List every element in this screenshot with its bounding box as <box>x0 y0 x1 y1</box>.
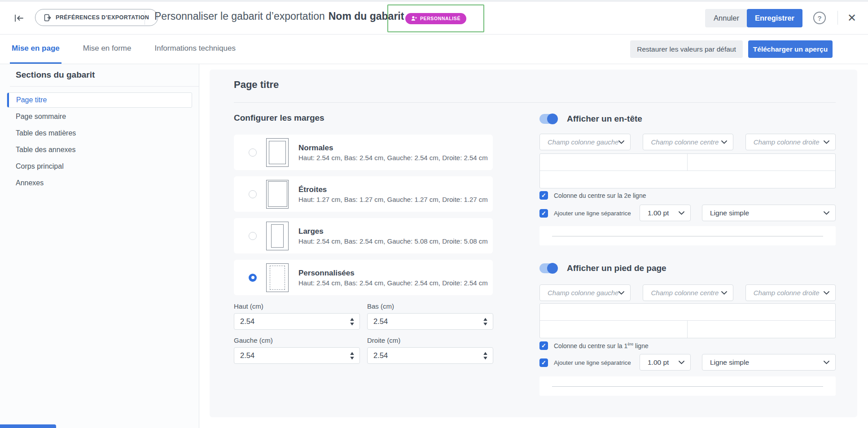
margin-normal-icon <box>266 138 289 167</box>
page-title: Personnaliser le gabarit d’exportationNo… <box>154 10 404 22</box>
tab-mise-en-page[interactable]: Mise en page <box>10 35 61 64</box>
dropdown-value: 1.00 pt <box>648 209 669 217</box>
footer-layout-preview <box>539 303 836 338</box>
dropdown-placeholder: Champ colonne centre <box>651 289 719 297</box>
stepper-icon[interactable] <box>350 352 355 359</box>
chevron-down-icon <box>618 291 624 295</box>
margins-heading: Configurer les marges <box>234 113 324 123</box>
customized-badge: PERSONNALISÉ <box>405 13 466 24</box>
divider <box>145 11 145 25</box>
header-toggle[interactable] <box>539 114 557 124</box>
number-input[interactable] <box>234 314 359 329</box>
export-preferences-label: PRÉFÉRENCES D’EXPORTATION <box>56 14 149 21</box>
download-preview-button[interactable]: Télécharger un aperçu <box>748 40 833 58</box>
tab-informations-techniques[interactable]: Informations techniques <box>153 35 237 64</box>
field-haut: Haut (cm) <box>234 302 360 330</box>
horizontal-scrollbar-thumb[interactable] <box>0 424 56 428</box>
sidebar-item-corps-principal[interactable]: Corps principal <box>7 159 192 174</box>
sidebar-item-table-des-matieres[interactable]: Table des matières <box>7 126 192 141</box>
field-label: Haut (cm) <box>234 302 360 310</box>
preview-cell <box>688 154 835 170</box>
dropdown-value: 1.00 pt <box>648 358 669 367</box>
stepper-icon[interactable] <box>483 352 488 359</box>
checkbox[interactable] <box>539 358 548 367</box>
preview-row <box>540 304 835 321</box>
radio-button[interactable] <box>249 232 257 240</box>
sidebar-title: Sections du gabarit <box>16 70 95 80</box>
help-icon[interactable] <box>813 12 826 24</box>
header-separator-preview <box>539 226 836 245</box>
tab-mise-en-forme[interactable]: Mise en forme <box>81 35 133 64</box>
margin-option-larges[interactable]: LargesHaut: 2.54 cm, Bas: 2.54 cm, Gauch… <box>234 218 493 253</box>
gauche-input[interactable] <box>234 347 360 364</box>
footer-separator-width-dropdown[interactable]: 1.00 pt <box>640 354 691 371</box>
bas-input[interactable] <box>367 313 493 330</box>
sidebar-item-page-titre[interactable]: Page titre <box>7 92 192 108</box>
footer-toggle-row: Afficher un pied de page <box>539 263 666 273</box>
restore-defaults-button[interactable]: Restaurer les valeurs par défaut <box>630 40 743 58</box>
field-bas: Bas (cm) <box>367 302 493 330</box>
topbar: PRÉFÉRENCES D’EXPORTATION Personnaliser … <box>0 2 868 35</box>
header-toggle-label: Afficher un en-tête <box>567 114 642 124</box>
sidebar-item-annexes[interactable]: Annexes <box>7 175 192 191</box>
sidebar-item-page-sommaire[interactable]: Page sommaire <box>7 109 192 124</box>
number-input[interactable] <box>368 314 493 329</box>
divider <box>837 11 838 25</box>
header-center-column-dropdown[interactable]: Champ colonne centre <box>643 134 733 150</box>
sidebar-item-table-des-annexes[interactable]: Table des annexes <box>7 142 192 157</box>
cancel-button[interactable]: Annuler <box>705 9 748 27</box>
footer-left-column-dropdown[interactable]: Champ colonne gauche <box>539 284 631 301</box>
checkbox[interactable] <box>539 341 548 350</box>
preview-cell <box>540 154 688 170</box>
page-title-text: Personnaliser le gabarit d’exportation <box>154 10 325 22</box>
chevron-down-icon <box>824 291 829 295</box>
header-layout-preview <box>539 153 836 188</box>
footer-separator-style-dropdown[interactable]: Ligne simple <box>702 354 836 371</box>
stepper-icon[interactable] <box>350 318 355 325</box>
header-separator-style-dropdown[interactable]: Ligne simple <box>702 205 836 221</box>
checkbox[interactable] <box>539 191 548 200</box>
close-icon[interactable] <box>845 11 859 25</box>
chevron-down-icon <box>618 140 624 144</box>
number-input[interactable] <box>368 348 493 363</box>
header-left-column-dropdown[interactable]: Champ colonne gauche <box>539 134 631 150</box>
margin-option-label: Personnalisées <box>298 269 488 278</box>
preview-row <box>540 154 835 171</box>
export-icon <box>44 14 52 22</box>
header-toggle-row: Afficher un en-tête <box>539 114 642 124</box>
dropdown-value: Ligne simple <box>710 358 749 367</box>
export-preferences-button[interactable]: PRÉFÉRENCES D’EXPORTATION <box>35 9 158 26</box>
checkbox[interactable] <box>539 209 548 218</box>
stepper-icon[interactable] <box>483 318 488 325</box>
toggle-knob <box>547 114 558 124</box>
save-button[interactable]: Enregistrer <box>747 9 802 27</box>
dropdown-placeholder: Champ colonne gauche <box>548 138 618 146</box>
radio-button[interactable] <box>249 274 257 282</box>
dropdown-placeholder: Champ colonne droite <box>754 289 820 297</box>
margin-wide-icon <box>266 222 289 250</box>
number-input[interactable] <box>234 348 359 363</box>
haut-input[interactable] <box>234 313 360 330</box>
droite-input[interactable] <box>367 347 493 364</box>
header-separator-width-dropdown[interactable]: 1.00 pt <box>640 205 691 221</box>
margin-option-normales[interactable]: NormalesHaut: 2.54 cm, Bas: 2.54 cm, Gau… <box>234 135 493 170</box>
person-icon <box>411 16 417 21</box>
radio-button[interactable] <box>249 190 257 198</box>
back-button[interactable] <box>11 10 27 26</box>
checkbox-label: Ajouter une ligne séparatrice <box>554 210 631 217</box>
margin-option-etroites[interactable]: ÉtroitesHaut: 1.27 cm, Bas: 1.27 cm, Gau… <box>234 176 493 212</box>
field-label: Droite (cm) <box>367 336 493 344</box>
radio-button[interactable] <box>249 148 257 157</box>
footer-toggle-label: Afficher un pied de page <box>567 263 666 273</box>
footer-separator-row: Ajouter une ligne séparatrice 1.00 pt Li… <box>539 354 836 371</box>
footer-center-column-dropdown[interactable]: Champ colonne centre <box>643 284 733 301</box>
export-template-editor: PRÉFÉRENCES D’EXPORTATION Personnaliser … <box>0 0 868 428</box>
footer-right-column-dropdown[interactable]: Champ colonne droite <box>745 284 836 301</box>
header-right-column-dropdown[interactable]: Champ colonne droite <box>745 134 836 150</box>
preview-row <box>540 171 835 188</box>
footer-toggle[interactable] <box>539 263 557 273</box>
field-label: Bas (cm) <box>367 302 493 310</box>
footer-center-line-row: Colonne du centre sur la 1ère ligne <box>539 341 649 350</box>
margin-option-personnalisees[interactable]: PersonnaliséesHaut: 2.54 cm, Bas: 2.54 c… <box>234 260 493 295</box>
dropdown-value: Ligne simple <box>710 209 749 217</box>
